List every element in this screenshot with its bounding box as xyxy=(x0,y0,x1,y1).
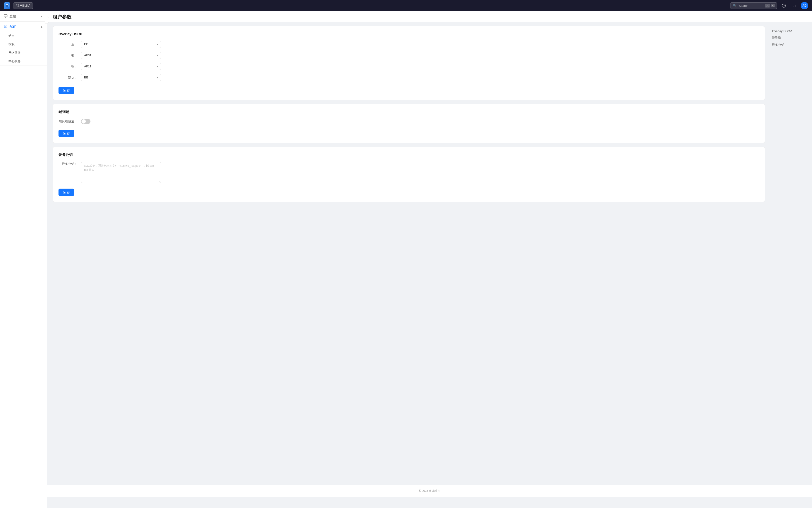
device-pubkey-textarea[interactable] xyxy=(81,162,161,183)
e2e-tunnel-row: 端到端隧道： xyxy=(58,119,759,124)
topnav-right: 🔍 Search ⌘ K AD xyxy=(730,2,808,9)
main-area: 配置 / 租户参数 租户参数 Overlay DSCP 金： EF AF31 A xyxy=(47,0,812,497)
default-row: 默认： EF AF31 AF11 BE ▼ xyxy=(58,74,759,81)
device-pubkey-title: 设备公钥 xyxy=(58,153,759,157)
app-logo xyxy=(4,2,10,9)
e2e-save-button[interactable]: 保 存 xyxy=(58,130,74,137)
e2e-tunnel-label: 端到端隧道： xyxy=(58,119,77,124)
sidebar-section-monitor-header[interactable]: 监控 ▼ xyxy=(0,11,47,22)
device-pubkey-row: 设备公钥： xyxy=(58,162,759,183)
toc-item-overlay-dscp[interactable]: Overlay DSCP xyxy=(769,28,806,34)
silver-label: 银： xyxy=(58,53,77,57)
toc-list: Overlay DSCP 端到端 设备公钥 xyxy=(769,26,806,50)
sidebar: 监控 ▼ 配置 ▲ 站点 模板 网络服务 中心队务 xyxy=(0,11,47,497)
cmd-key: ⌘ xyxy=(765,4,770,7)
overlay-dscp-title: Overlay DSCP xyxy=(58,32,759,36)
monitor-label: 监控 xyxy=(9,14,16,18)
silver-row: 银： EF AF31 AF11 BE ▼ xyxy=(58,52,759,59)
default-label: 默认： xyxy=(58,75,77,80)
e2e-title: 端到端 xyxy=(58,110,759,114)
config-items: 站点 模板 网络服务 中心队务 xyxy=(0,32,47,66)
copper-select[interactable]: EF AF31 AF11 BE xyxy=(81,63,161,70)
config-arrow: ▲ xyxy=(40,25,43,29)
overlay-dscp-save-button[interactable]: 保 存 xyxy=(58,87,74,94)
toc-item-e2e[interactable]: 端到端 xyxy=(769,34,806,41)
e2e-section: 端到端 端到端隧道： 保 存 xyxy=(53,104,765,143)
e2e-tunnel-toggle[interactable] xyxy=(81,119,90,124)
tenant-tab[interactable]: 租户[jiajia] xyxy=(13,2,33,9)
sidebar-section-monitor: 监控 ▼ xyxy=(0,11,47,22)
copper-row: 铜： EF AF31 AF11 BE ▼ xyxy=(58,63,759,70)
config-label: 配置 xyxy=(9,25,16,29)
gold-select[interactable]: EF AF31 AF11 BE xyxy=(81,41,161,48)
footer: © 2023 南凌科技 xyxy=(47,485,812,497)
sidebar-section-config-header[interactable]: 配置 ▲ xyxy=(0,22,47,32)
sidebar-item-tenant-params[interactable]: 中心队务 xyxy=(0,57,47,66)
toc-item-device-pubkey[interactable]: 设备公钥 xyxy=(769,41,806,48)
default-select[interactable]: EF AF31 AF11 BE xyxy=(81,74,161,81)
page-title: 租户参数 xyxy=(53,14,806,20)
sidebar-section-config: 配置 ▲ 站点 模板 网络服务 中心队务 xyxy=(0,22,47,66)
gold-select-wrapper: EF AF31 AF11 BE ▼ xyxy=(81,41,161,48)
copper-select-wrapper: EF AF31 AF11 BE ▼ xyxy=(81,63,161,70)
avatar[interactable]: AD xyxy=(801,2,808,9)
sidebar-item-sites[interactable]: 站点 xyxy=(0,32,47,40)
device-pubkey-save-button[interactable]: 保 存 xyxy=(58,188,74,196)
e2e-tunnel-slider xyxy=(81,119,90,124)
default-select-wrapper: EF AF31 AF11 BE ▼ xyxy=(81,74,161,81)
search-icon: 🔍 xyxy=(733,4,737,7)
toc-panel: Overlay DSCP 端到端 设备公钥 xyxy=(769,26,806,481)
copper-label: 铜： xyxy=(58,65,77,69)
e2e-tunnel-toggle-wrap xyxy=(81,119,90,124)
overlay-dscp-section: Overlay DSCP 金： EF AF31 AF11 BE ▼ xyxy=(53,26,765,100)
monitor-arrow: ▼ xyxy=(40,15,43,18)
device-pubkey-label: 设备公钥： xyxy=(58,162,77,166)
silver-select-wrapper: EF AF31 AF11 BE ▼ xyxy=(81,52,161,59)
search-bar-text: Search xyxy=(739,4,763,7)
svg-point-8 xyxy=(5,26,6,27)
sidebar-item-templates[interactable]: 模板 xyxy=(0,40,47,49)
help-button[interactable] xyxy=(780,2,787,9)
search-bar[interactable]: 🔍 Search ⌘ K xyxy=(730,2,777,9)
device-pubkey-section: 设备公钥 设备公钥： 保 存 xyxy=(53,147,765,202)
footer-text: © 2023 南凌科技 xyxy=(419,489,440,493)
sidebar-item-network-services[interactable]: 网络服务 xyxy=(0,49,47,57)
search-shortcut: ⌘ K xyxy=(765,4,775,7)
sections: Overlay DSCP 金： EF AF31 AF11 BE ▼ xyxy=(53,26,765,481)
content-area: Overlay DSCP 金： EF AF31 AF11 BE ▼ xyxy=(47,22,812,485)
config-icon xyxy=(4,25,7,29)
topnav: 租户[jiajia] 🔍 Search ⌘ K AD xyxy=(0,0,812,11)
k-key: K xyxy=(771,4,775,7)
chart-button[interactable] xyxy=(790,2,798,9)
gold-row: 金： EF AF31 AF11 BE ▼ xyxy=(58,41,759,48)
sidebar-collapse-button[interactable]: ‹ xyxy=(45,16,49,24)
monitor-icon xyxy=(4,14,7,18)
page-header: 租户参数 xyxy=(47,10,812,22)
silver-select[interactable]: EF AF31 AF11 BE xyxy=(81,52,161,59)
topnav-left: 租户[jiajia] xyxy=(4,2,33,9)
gold-label: 金： xyxy=(58,42,77,46)
svg-rect-5 xyxy=(4,14,7,17)
